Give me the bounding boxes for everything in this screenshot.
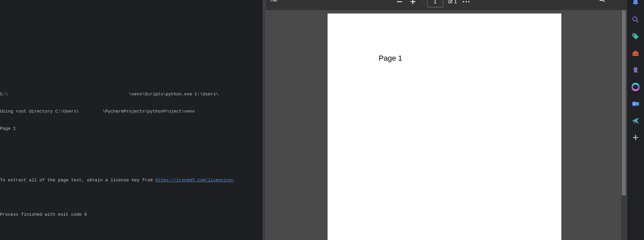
svg-point-5 [271, 0, 272, 1]
pdf-toolbar: of 1 [265, 0, 627, 10]
svg-point-13 [634, 34, 635, 36]
terminal-license-link[interactable]: https://ironpdf.com/licensing/ [155, 178, 234, 183]
pdf-scrollbar[interactable] [621, 10, 626, 240]
outlook-icon[interactable]: O [631, 99, 640, 109]
terminal-license-line: To extract all of the page text, obtain … [0, 177, 263, 183]
settings-more-icon[interactable] [612, 0, 621, 3]
add-icon[interactable] [631, 133, 640, 142]
toolbox-icon[interactable] [631, 49, 640, 58]
magnify-icon[interactable] [631, 15, 640, 24]
svg-text:O: O [633, 102, 636, 106]
search-icon[interactable] [597, 0, 606, 3]
table-of-contents-icon[interactable] [270, 0, 278, 3]
toolbar-separator [422, 0, 422, 5]
chess-icon[interactable] [631, 65, 640, 75]
pdf-page-text: Page 1 [379, 54, 510, 63]
page-more-icon[interactable] [462, 0, 471, 6]
tag-icon[interactable] [631, 32, 640, 41]
terminal-panel: C:\ \venv\Scripts\python.exe C:\Users\ \… [0, 0, 263, 240]
pdf-toolbar-left [269, 0, 293, 3]
pdf-viewer-panel: of 1 Page 1 [265, 0, 627, 240]
terminal-blank [0, 143, 263, 149]
terminal-blank [0, 160, 263, 166]
svg-rect-19 [636, 102, 639, 106]
bell-icon[interactable] [631, 0, 640, 7]
terminal-line: Using root directory C:\Users\ \PycharmP… [0, 109, 263, 114]
office-icon[interactable] [631, 82, 640, 92]
svg-line-12 [637, 21, 639, 23]
terminal-output: C:\ \venv\Scripts\python.exe C:\Users\ \… [0, 80, 263, 229]
side-toolbar: O [627, 0, 644, 240]
svg-rect-16 [633, 54, 639, 54]
svg-point-11 [633, 17, 637, 21]
zoom-in-icon[interactable] [409, 0, 417, 6]
pdf-body: Page 1 [265, 10, 627, 240]
pdf-toolbar-center: of 1 [395, 0, 471, 7]
terminal-line: Page 1 [0, 126, 263, 131]
page-number-input[interactable] [427, 0, 443, 7]
send-icon[interactable] [631, 116, 640, 125]
panel-divider[interactable] [263, 0, 265, 240]
terminal-line: C:\ \venv\Scripts\python.exe C:\Users\ \… [0, 91, 263, 97]
terminal-exit-line: Process finished with exit code 0 [0, 212, 263, 217]
terminal-blank [0, 194, 263, 200]
pdf-toolbar-right [597, 0, 624, 3]
zoom-out-icon[interactable] [395, 0, 404, 6]
more-options-icon[interactable] [284, 0, 293, 3]
terminal-license-text: To extract all of the page text, obtain … [0, 178, 155, 183]
svg-rect-15 [634, 51, 637, 52]
page-count-label: of 1 [448, 0, 457, 5]
pdf-scrollbar-thumb[interactable] [622, 10, 626, 196]
pdf-page: Page 1 [328, 13, 561, 240]
svg-line-10 [603, 0, 605, 2]
